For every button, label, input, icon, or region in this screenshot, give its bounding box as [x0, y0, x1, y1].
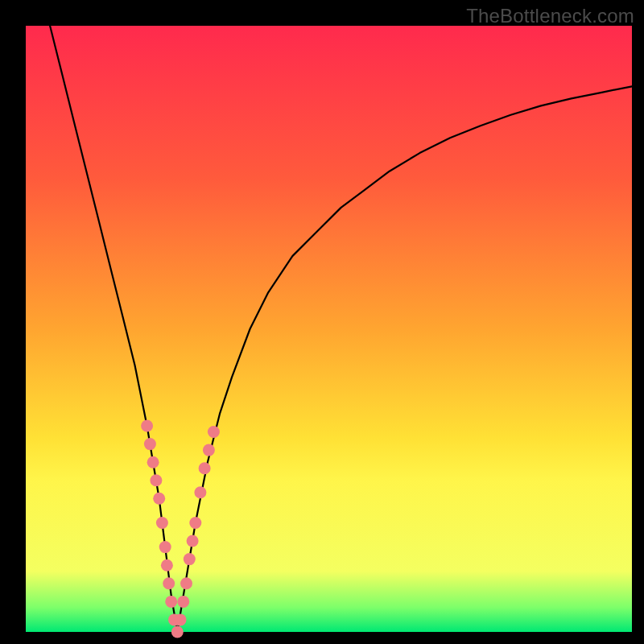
plot-svg — [26, 26, 632, 632]
watermark-text: TheBottleneck.com — [466, 5, 634, 27]
plot-area — [26, 26, 632, 632]
datapoint — [171, 626, 184, 638]
datapoint — [163, 577, 175, 589]
datapoint — [187, 535, 199, 547]
datapoint — [144, 438, 156, 450]
datapoint — [203, 444, 215, 456]
datapoint — [184, 553, 196, 565]
datapoint — [189, 517, 201, 529]
datapoint — [159, 541, 171, 553]
datapoint — [180, 577, 192, 589]
bottleneck-curve — [50, 26, 632, 632]
datapoint — [194, 486, 206, 498]
datapoint — [153, 493, 165, 505]
datapoint — [175, 613, 187, 625]
datapoint — [208, 426, 220, 438]
datapoint — [199, 462, 211, 474]
datapoint — [156, 517, 168, 529]
datapoint — [147, 456, 159, 469]
datapoint — [165, 596, 177, 608]
datapoint — [141, 420, 153, 432]
datapoint — [150, 474, 162, 486]
datapoint — [177, 596, 189, 608]
datapoint — [161, 559, 173, 572]
chart-frame: TheBottleneck.com — [0, 0, 644, 644]
datapoints-group — [141, 420, 220, 638]
